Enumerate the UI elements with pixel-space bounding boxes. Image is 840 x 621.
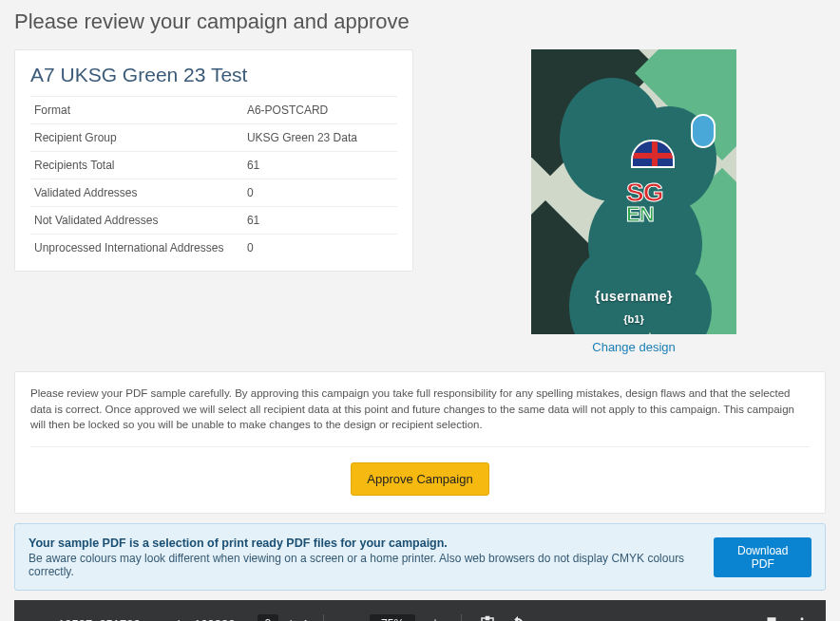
zoom-out-icon[interactable] bbox=[339, 613, 360, 621]
preview-username-placeholder: {username} bbox=[531, 289, 736, 304]
campaign-title: A7 UKSG Green 23 Test bbox=[30, 64, 397, 86]
change-design-link[interactable]: Change design bbox=[592, 340, 675, 354]
pdf-page-current[interactable]: 2 bbox=[258, 614, 279, 621]
table-row: Recipient GroupUKSG Green 23 Data bbox=[30, 124, 397, 152]
download-pdf-button[interactable]: Download PDF bbox=[714, 537, 811, 577]
detail-label: Format bbox=[30, 97, 243, 124]
logo-text: SG EN bbox=[626, 178, 662, 227]
info-line1: Your sample PDF is a selection of print … bbox=[29, 536, 448, 550]
table-row: Unprocessed International Addresses0 bbox=[30, 235, 397, 262]
campaign-summary-card: A7 UKSG Green 23 Test FormatA6-POSTCARDR… bbox=[14, 49, 413, 272]
download-icon[interactable] bbox=[731, 613, 752, 621]
fit-page-icon[interactable] bbox=[477, 613, 498, 621]
table-row: Not Validated Addresses61 bbox=[30, 207, 397, 235]
detail-label: Recipients Total bbox=[30, 152, 243, 179]
rotate-icon[interactable] bbox=[507, 613, 528, 621]
print-icon[interactable] bbox=[761, 613, 782, 621]
detail-label: Recipient Group bbox=[30, 124, 243, 152]
pdf-zoom-level[interactable]: 75% bbox=[370, 614, 415, 621]
detail-value: UKSG Green 23 Data bbox=[243, 124, 397, 152]
mug-handle-icon bbox=[691, 114, 716, 148]
table-row: Recipients Total61 bbox=[30, 152, 397, 179]
detail-label: Unprocessed International Addresses bbox=[30, 235, 243, 262]
detail-value: 61 bbox=[243, 152, 397, 179]
pdf-page-separator: / bbox=[288, 617, 292, 621]
review-disclaimer: Please review your PDF sample carefully.… bbox=[30, 386, 810, 447]
svg-rect-4 bbox=[486, 616, 490, 621]
pdf-filename: 19537_251733_sample_169330… bbox=[58, 617, 248, 621]
more-icon[interactable] bbox=[792, 613, 812, 621]
info-line2: Be aware colours may look different when… bbox=[29, 552, 714, 578]
detail-label: Not Validated Addresses bbox=[30, 207, 243, 235]
detail-value: A6-POSTCARD bbox=[243, 97, 397, 124]
design-preview: SG EN {username} {b1} bbox=[531, 49, 736, 334]
detail-label: Validated Addresses bbox=[30, 179, 243, 207]
review-panel: Please review your PDF sample carefully.… bbox=[14, 371, 826, 514]
zoom-in-icon[interactable] bbox=[425, 613, 446, 621]
detail-value: 0 bbox=[243, 235, 397, 262]
preview-b1-placeholder: {b1} bbox=[531, 313, 736, 325]
page-heading: Please review your campaign and approve bbox=[0, 0, 840, 49]
campaign-details-table: FormatA6-POSTCARDRecipient GroupUKSG Gre… bbox=[30, 96, 397, 261]
detail-value: 61 bbox=[243, 207, 397, 235]
table-row: Validated Addresses0 bbox=[30, 179, 397, 207]
table-row: FormatA6-POSTCARD bbox=[30, 97, 397, 124]
pdf-viewer-toolbar: 19537_251733_sample_169330… 2 / 4 75% bbox=[14, 600, 826, 621]
pdf-page-total: 4 bbox=[301, 617, 308, 621]
menu-icon[interactable] bbox=[28, 613, 48, 621]
detail-value: 0 bbox=[243, 179, 397, 207]
svg-point-5 bbox=[801, 617, 804, 620]
approve-campaign-button[interactable]: Approve Campaign bbox=[351, 462, 488, 496]
sample-pdf-info: Your sample PDF is a selection of print … bbox=[14, 523, 826, 591]
